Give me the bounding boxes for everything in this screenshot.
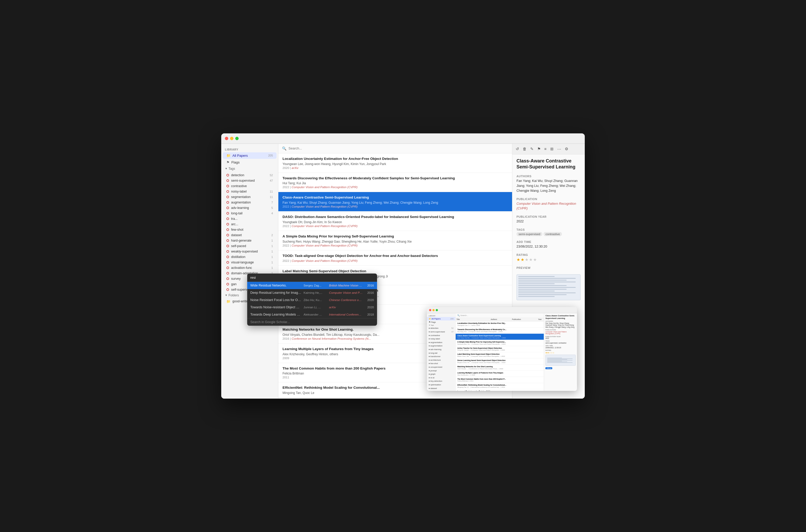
star-2[interactable]: ★	[520, 257, 524, 262]
mini-tag-semi-supervised[interactable]: ● semi-supervised 47	[427, 330, 455, 334]
tag-activation-func[interactable]: activation-func 1	[223, 265, 277, 270]
star-5[interactable]: ★	[533, 257, 537, 262]
mini-tag-optimisation[interactable]: ● optimisation	[427, 383, 455, 387]
refresh-icon[interactable]: ↺	[515, 146, 520, 152]
minimize-button[interactable]	[230, 137, 234, 140]
dropdown-item[interactable]: Towards Deep Learning Models Resista... …	[247, 311, 377, 318]
sidebar-item-flags[interactable]: ⚑ Flags	[223, 159, 277, 166]
mini-paper-meta: Sucheng Ren; Hu... | Computer Vision and…	[457, 343, 542, 345]
flag-icon[interactable]: ⚑	[536, 146, 542, 152]
mini-paper-item[interactable]: EfficientNet: Rethinking Model Scaling f…	[456, 383, 544, 390]
tag-augmentation[interactable]: augmentation 7	[223, 200, 277, 205]
tag-distillation[interactable]: distillation 1	[223, 254, 277, 260]
mini-tags-toggle[interactable]: ▼ Tags	[427, 324, 455, 326]
mini-paper-item[interactable]: Improved Techniques for Training GANs Ti…	[456, 389, 544, 391]
mini-tag-unsupervised[interactable]: ● unsupervised	[427, 365, 455, 369]
tag-noisy-label[interactable]: noisy-label 11	[223, 189, 277, 194]
mini-paper-item[interactable]: Active Teacher for Semi-Supervised Objec…	[456, 346, 544, 353]
grid-icon[interactable]: ⊞	[549, 146, 554, 152]
paper-item[interactable]: A Simple Data Mixing Prior for Improving…	[278, 231, 512, 250]
mini-paper-item[interactable]: A Simple Data Mixing Prior for Improving…	[456, 340, 544, 346]
dropdown-item[interactable]: Towards Noise-resistant Object Detecti..…	[247, 304, 377, 311]
tag-few-shot[interactable]: few-shot	[223, 227, 277, 232]
dropdown-item[interactable]: Deep Residual Learning for Image Reco...…	[247, 289, 377, 296]
trash-icon[interactable]: 🗑	[522, 146, 527, 152]
paper-preview	[516, 274, 581, 300]
tags-section-toggle[interactable]: ▼ Tags	[221, 166, 278, 172]
mini-paper-title: Class-Aware Contrastive Semi-Supervised …	[457, 335, 542, 337]
mini-tag-adv-learning[interactable]: ● adv-learning	[427, 348, 455, 352]
mini-paper-title: A Simple Data Mixing Prior for Improving…	[457, 341, 542, 343]
dropdown-item[interactable]: Wide Residual Networks. Sergey Zag... Br…	[247, 282, 377, 289]
tag-semi-supervised[interactable]: semi-supervised 47	[223, 178, 277, 183]
mini-paper-item[interactable]: Dense Learning based Semi-Supervised Obj…	[456, 358, 544, 365]
mini-paper-title: Localization Uncertainty Estimation for …	[457, 323, 542, 325]
mini-sidebar-flags[interactable]: ⚑ Flags	[427, 321, 455, 324]
star-3[interactable]: ★	[525, 257, 528, 262]
tag-dot-icon	[226, 272, 229, 274]
star-4[interactable]: ★	[529, 257, 533, 262]
paper-item[interactable]: TOOD: Task-aligned One-stage Object Dete…	[278, 250, 512, 266]
star-1[interactable]: ★	[516, 257, 520, 262]
edit-icon[interactable]: ✎	[529, 146, 534, 152]
mini-tag-re-id[interactable]: ● re-id	[427, 376, 455, 379]
mini-tag-detection[interactable]: ● detection 52	[427, 326, 455, 330]
sidebar-item-all-papers[interactable]: 📁 All Papers 205	[223, 152, 277, 159]
mini-tag-dataset[interactable]: ● dataset	[427, 386, 455, 390]
mini-maximize-button[interactable]	[436, 309, 438, 311]
mini-paper-item[interactable]: Learning Multiple Layers of Features fro…	[456, 371, 544, 377]
tag-tra[interactable]: tra...	[223, 216, 277, 221]
preview-line	[518, 276, 555, 277]
mini-paper-item[interactable]: The Most Common Habits from more than 20…	[456, 377, 544, 383]
tag-weakly-supervised[interactable]: weakly-supervised 1	[223, 249, 277, 254]
tag-adv-learning[interactable]: adv-learning 5	[223, 205, 277, 210]
paper-item[interactable]: DASO: Distribution-Aware Semantics-Orien…	[278, 211, 512, 231]
tag-arc[interactable]: arc...	[223, 222, 277, 227]
maximize-button[interactable]	[235, 137, 239, 140]
mini-tag-hard-generate[interactable]: ● hard-generate	[427, 390, 455, 391]
tag-segmentation[interactable]: segmentation 11	[223, 194, 277, 200]
mini-tag-transformer[interactable]: ● transformer	[427, 355, 455, 358]
mini-tag-prompt[interactable]: ● prompt	[427, 369, 455, 373]
dropdown-item[interactable]: Noise Resistant Focal Loss for Object D.…	[247, 296, 377, 304]
list-icon[interactable]: ≡	[544, 146, 547, 152]
mini-tag-segmentation[interactable]: ● segmentation	[427, 341, 455, 344]
mini-tag-long-tail[interactable]: ● long-tail	[427, 351, 455, 355]
tag-contrastive[interactable]: contrastive	[223, 184, 277, 189]
paper-item[interactable]: Towards Discovering the Effectiveness of…	[278, 173, 512, 192]
tag-dataset[interactable]: dataset 2	[223, 232, 277, 238]
tag-detection[interactable]: detection 52	[223, 173, 277, 178]
paper-title: Towards Discovering the Effectiveness of…	[282, 176, 508, 181]
mini-close-button[interactable]	[429, 309, 432, 311]
mini-paper-item[interactable]: Matching Networks for One Shot Learning …	[456, 365, 544, 371]
mini-tag-few-shot[interactable]: ● few-shot	[427, 362, 455, 365]
search-input[interactable]	[289, 146, 509, 150]
tag-self-paced[interactable]: self-paced 1	[223, 243, 277, 249]
mini-add-time-label: Add Time	[545, 345, 575, 347]
mini-tag-tiny-detection[interactable]: ● tiny-detection	[427, 379, 455, 383]
close-button[interactable]	[225, 137, 228, 140]
mini-tag-noisy-label[interactable]: ● noisy-label	[427, 337, 455, 341]
settings-icon[interactable]: ⚙	[564, 146, 569, 152]
preview-line	[547, 360, 572, 361]
mini-paper-item[interactable]: Label Matching Semi-Supervised Object De…	[456, 353, 544, 359]
mini-tag-graph[interactable]: ● graph	[427, 373, 455, 376]
paper-item[interactable]: Localization Uncertainty Estimation for …	[278, 153, 512, 173]
mini-paper-item-selected[interactable]: Class-Aware Contrastive Semi-Supervised …	[456, 334, 544, 340]
mini-minimize-button[interactable]	[432, 309, 435, 311]
search-in-google-scholar[interactable]: Search in Google Scholar...	[247, 318, 377, 326]
tag-visual-language[interactable]: visual-language 1	[223, 260, 277, 265]
dropdown-search-input[interactable]	[250, 276, 374, 280]
detail-rating[interactable]: ★ ★ ★ ★ ★	[516, 257, 581, 262]
more-icon[interactable]: ⋯	[556, 146, 562, 152]
mini-sidebar-all-papers[interactable]: 📁 All Papers 205	[427, 317, 455, 321]
mini-tag-contrastive[interactable]: ● contrastive	[427, 334, 455, 337]
tag-long-tail[interactable]: long-tail 4	[223, 211, 277, 216]
mini-tag-augmentation[interactable]: ● augmentation	[427, 344, 455, 348]
paper-item-selected[interactable]: Class-Aware Contrastive Semi-Supervised …	[278, 192, 512, 211]
mini-search-bar[interactable]: 🔍 Search...	[456, 313, 544, 318]
tag-hard-generate[interactable]: hard-generate 1	[223, 238, 277, 243]
mini-paper-item[interactable]: Towards Discovering the Effectiveness of…	[456, 327, 544, 334]
mini-tag-architecture[interactable]: ● architecture	[427, 358, 455, 362]
mini-paper-item[interactable]: Localization Uncertainty Estimation for …	[456, 322, 544, 328]
